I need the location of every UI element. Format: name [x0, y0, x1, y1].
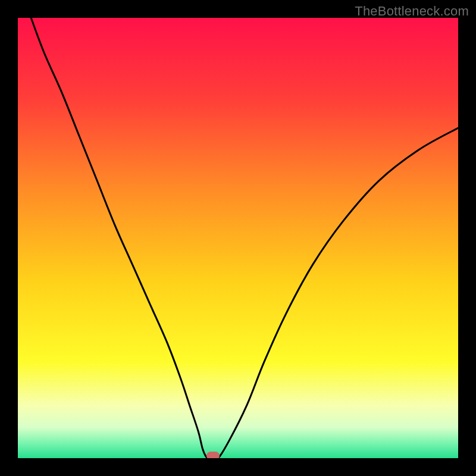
curve-layer — [18, 18, 458, 458]
chart-frame: TheBottleneck.com — [0, 0, 476, 476]
optimum-marker — [206, 452, 220, 458]
watermark-text: TheBottleneck.com — [355, 4, 469, 19]
plot-area — [18, 18, 458, 458]
bottleneck-curve — [31, 18, 458, 458]
